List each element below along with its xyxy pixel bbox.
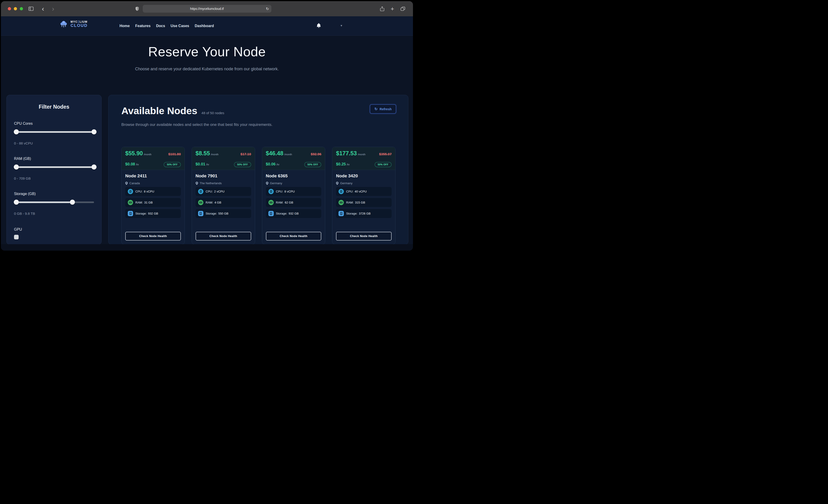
nav-item-dashboard[interactable]: Dashboard xyxy=(195,24,214,28)
monthly-price: $46.48 xyxy=(266,150,283,157)
account-chevron-down-icon[interactable]: ▾ xyxy=(341,24,342,27)
price-header: $177.53/month $355.07 $0.25/hr 50% OFF xyxy=(332,147,395,170)
location-pin-icon xyxy=(336,182,338,185)
spec-row-ram: RAM:31 GB xyxy=(125,198,181,207)
cpu-range-text: 0 - 88 vCPU xyxy=(14,141,94,145)
location-pin-icon xyxy=(125,182,128,185)
ram-icon xyxy=(338,200,344,205)
filter-heading: Filter Nodes xyxy=(14,104,94,110)
spec-row-storage: Storage:932 GB xyxy=(125,209,181,218)
nav-item-docs[interactable]: Docs xyxy=(156,24,165,28)
check-node-health-button[interactable]: Check Node Health xyxy=(336,232,391,241)
cpu-icon xyxy=(338,189,344,194)
reload-icon[interactable]: ↻ xyxy=(266,7,269,11)
node-name: Node 6365 xyxy=(266,173,322,178)
node-name: Node 7901 xyxy=(196,173,251,178)
cpu-cores-slider[interactable] xyxy=(14,129,94,134)
node-cards-grid: $55.90/month $101.80 $0.08/hr 50% OFF No… xyxy=(121,147,396,244)
node-location: Canada xyxy=(125,181,181,185)
refresh-icon: ↻ xyxy=(374,107,377,111)
spec-row-storage: Storage:3726 GB xyxy=(336,209,391,218)
zoom-window-button[interactable] xyxy=(20,7,23,10)
tab-overview-icon[interactable] xyxy=(401,7,405,11)
sidebar-toggle-icon[interactable] xyxy=(29,1,34,16)
minimize-window-button[interactable] xyxy=(14,7,17,10)
original-price: $355.07 xyxy=(379,152,391,156)
discount-badge: 50% OFF xyxy=(375,162,391,167)
nav-links: Home Features Docs Use Cases Dashboard xyxy=(120,16,214,36)
ram-slider[interactable] xyxy=(14,165,94,170)
nav-item-use-cases[interactable]: Use Cases xyxy=(170,24,189,28)
ram-range-text: 0 - 709 GB xyxy=(14,176,94,180)
node-card: $177.53/month $355.07 $0.25/hr 50% OFF N… xyxy=(332,147,396,244)
storage-label: Storage (GB) xyxy=(14,192,94,196)
shield-icon xyxy=(135,1,139,16)
mycelium-logo-icon xyxy=(59,19,68,29)
cpu-icon xyxy=(128,189,133,194)
ram-icon xyxy=(268,200,274,205)
storage-slider-handle-min[interactable] xyxy=(14,200,19,205)
logo-line-1: MYCΞLIUM xyxy=(71,20,88,24)
monthly-price: $8.55 xyxy=(196,150,210,157)
location-pin-icon xyxy=(266,182,268,185)
hourly-price: $0.08 xyxy=(125,162,135,166)
gpu-label: GPU xyxy=(14,227,94,232)
spec-row-ram: RAM:315 GB xyxy=(336,198,391,207)
spec-row-storage: Storage:932 GB xyxy=(266,209,322,218)
nav-item-home[interactable]: Home xyxy=(120,24,130,28)
ram-icon xyxy=(198,200,203,205)
hero-section: Reserve Your Node Choose and reserve you… xyxy=(1,44,413,72)
url-bar[interactable]: https://myceliumcloud.tf ↻ xyxy=(143,5,272,13)
nodes-description: Browse through our available nodes and s… xyxy=(121,122,396,127)
check-node-health-button[interactable]: Check Node Health xyxy=(266,232,322,241)
logo-line-2: CLOUD xyxy=(71,24,88,28)
cpu-cores-label: CPU Cores xyxy=(14,122,94,126)
storage-range-text: 0 GB - 9.8 TB xyxy=(14,212,94,215)
ram-slider-handle-min[interactable] xyxy=(14,165,19,170)
price-header: $8.55/month $17.10 $0.01/hr 50% OFF xyxy=(192,147,255,170)
storage-icon xyxy=(128,211,133,216)
ram-icon xyxy=(128,200,133,205)
share-icon[interactable] xyxy=(380,6,384,11)
cpu-slider-handle-min[interactable] xyxy=(14,129,19,134)
spec-row-cpu: CPU:2 vCPU xyxy=(196,187,251,196)
forward-button[interactable]: › xyxy=(52,1,54,16)
price-header: $55.90/month $101.80 $0.08/hr 50% OFF xyxy=(122,147,184,170)
discount-badge: 50% OFF xyxy=(234,162,251,167)
available-nodes-panel: Available Nodes 48 of 50 nodes ↻ Refresh… xyxy=(108,95,408,245)
spec-row-cpu: CPU:8 vCPU xyxy=(125,187,181,196)
screenshot-stage: ‹ › https://myceliumcloud.tf ↻ + xyxy=(0,0,414,252)
node-name: Node 2411 xyxy=(125,173,181,178)
node-card: $55.90/month $101.80 $0.08/hr 50% OFF No… xyxy=(121,147,185,244)
discount-badge: 50% OFF xyxy=(304,162,321,167)
back-button[interactable]: ‹ xyxy=(42,1,44,16)
node-location: Germany xyxy=(336,181,391,185)
filter-group-storage: Storage (GB) 0 GB - 9.8 TB xyxy=(14,192,94,215)
page-subtitle: Choose and reserve your dedicated Kubern… xyxy=(1,67,413,72)
cpu-slider-handle-max[interactable] xyxy=(91,129,96,134)
gpu-checkbox[interactable] xyxy=(14,235,18,239)
spec-row-cpu: CPU:40 vCPU xyxy=(336,187,391,196)
node-location: The Netherlands xyxy=(196,181,251,185)
ram-label: RAM (GB) xyxy=(14,157,94,161)
storage-slider[interactable] xyxy=(14,200,94,205)
original-price: $17.10 xyxy=(241,152,251,156)
refresh-button[interactable]: ↻ Refresh xyxy=(370,104,396,114)
node-card: $8.55/month $17.10 $0.01/hr 50% OFF Node… xyxy=(192,147,255,244)
new-tab-button[interactable]: + xyxy=(391,6,394,12)
spec-row-ram: RAM:62 GB xyxy=(266,198,322,207)
storage-slider-handle-max[interactable] xyxy=(70,200,75,205)
price-header: $46.48/month $92.96 $0.06/hr 50% OFF xyxy=(262,147,325,170)
node-name: Node 3420 xyxy=(336,173,391,178)
check-node-health-button[interactable]: Check Node Health xyxy=(125,232,181,241)
notifications-bell-icon[interactable] xyxy=(316,23,321,28)
nav-item-features[interactable]: Features xyxy=(135,24,151,28)
page-title: Reserve Your Node xyxy=(1,44,413,59)
nodes-count: 48 of 50 nodes xyxy=(202,111,224,115)
close-window-button[interactable] xyxy=(8,7,11,10)
hourly-price: $0.25 xyxy=(336,162,346,166)
ram-slider-handle-max[interactable] xyxy=(91,165,96,170)
site-logo[interactable]: MYCΞLIUM CLOUD xyxy=(59,19,88,29)
check-node-health-button[interactable]: Check Node Health xyxy=(196,232,251,241)
browser-chrome: ‹ › https://myceliumcloud.tf ↻ + xyxy=(1,1,413,16)
